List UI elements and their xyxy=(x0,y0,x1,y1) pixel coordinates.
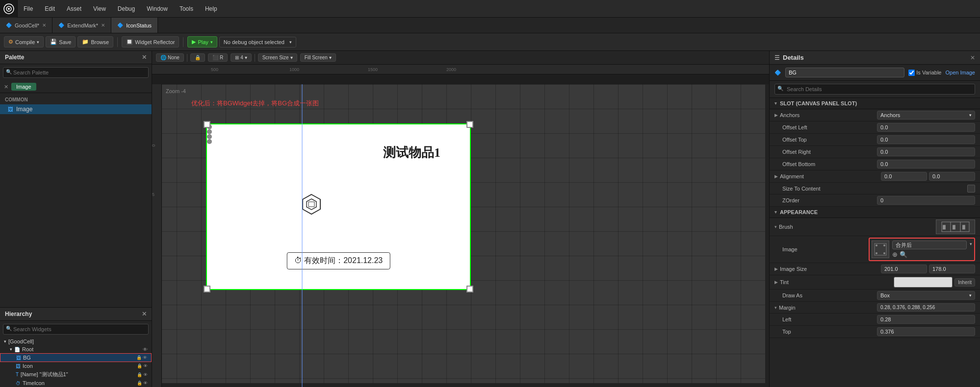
menu-tools[interactable]: Tools xyxy=(174,0,199,17)
image-size-h-input[interactable] xyxy=(929,265,975,273)
lock-icon-time[interactable]: 🔒 xyxy=(137,381,142,386)
is-variable-check[interactable] xyxy=(908,70,915,76)
hierarchy-close[interactable]: ✕ xyxy=(142,311,147,317)
zorder-input[interactable] xyxy=(877,196,975,205)
offset-bottom-input[interactable] xyxy=(877,160,975,169)
tint-expand-icon[interactable]: ▶ xyxy=(774,280,778,285)
details-name-input[interactable] xyxy=(785,68,904,77)
details-close[interactable]: ✕ xyxy=(970,54,975,61)
none-button[interactable]: 🌐 None xyxy=(156,53,184,62)
fill-screen-button[interactable]: Fill Screen ▾ xyxy=(300,53,336,62)
offset-top-row: Offset Top xyxy=(770,134,980,146)
root-actions: 👁 xyxy=(143,347,148,352)
image-search-icon[interactable]: 🔍 xyxy=(900,251,907,258)
slot-section-header[interactable]: ▾ SLOT (CANVAS PANEL SLOT) xyxy=(770,98,980,109)
canvas-content[interactable]: 0 5 Zoom -4 优化后：将BGWidget去掉，将BG合成一张图 xyxy=(152,84,769,387)
offset-top-input[interactable] xyxy=(877,135,975,144)
tint-inherit-button[interactable]: Inherit xyxy=(954,278,975,287)
open-image-link[interactable]: Open Image xyxy=(945,70,975,75)
offset-left-input[interactable] xyxy=(877,123,975,132)
margin-value-input[interactable] xyxy=(877,303,975,312)
eye-icon-icon[interactable]: 👁 xyxy=(143,363,148,368)
image-size-expand-icon[interactable]: ▶ xyxy=(774,266,778,271)
screen-size-button[interactable]: Screen Size ▾ xyxy=(258,53,297,62)
lock-icon[interactable]: 🔒 xyxy=(136,355,142,360)
alignment-expand-icon[interactable]: ▶ xyxy=(774,174,778,179)
menu-window[interactable]: Window xyxy=(141,0,174,17)
corner-bl[interactable] xyxy=(204,286,210,292)
lock-button[interactable]: 🔒 xyxy=(190,53,205,62)
corner-tl[interactable] xyxy=(204,121,210,128)
menu-view[interactable]: View xyxy=(87,0,112,17)
play-button[interactable]: ▶ Play ▾ xyxy=(187,36,217,48)
margin-top-input[interactable] xyxy=(877,327,975,336)
tab-goodcell-close[interactable]: ✕ xyxy=(42,23,46,28)
corner-ml[interactable] xyxy=(207,134,212,139)
hierarchy-item-timeicon[interactable]: ⏱ TimeIcon 🔒 👁 xyxy=(0,379,152,387)
alignment-y-input[interactable] xyxy=(929,172,975,181)
menu-help[interactable]: Help xyxy=(199,0,223,17)
hierarchy-item-goodcell[interactable]: ▾ [GoodCell] xyxy=(0,338,152,345)
offset-right-input[interactable] xyxy=(877,147,975,156)
hierarchy-item-name[interactable]: T [Name] "测试物品1" 🔒 👁 xyxy=(0,370,152,379)
lock-icon-icon[interactable]: 🔒 xyxy=(137,363,142,368)
margin-left-input[interactable] xyxy=(877,315,975,324)
tab-goodcell[interactable]: 🔷 GoodCell* ✕ xyxy=(0,18,52,33)
eye-icon-name[interactable]: 👁 xyxy=(143,372,148,377)
hierarchy-item-bg[interactable]: 🖼 BG 🔒 👁 xyxy=(0,353,152,362)
brush-expand-icon[interactable]: ▾ xyxy=(774,224,777,229)
tab-extendmark[interactable]: 🔷 ExtendMark* ✕ xyxy=(52,18,111,33)
appearance-section-header[interactable]: ▾ APPEARANCE xyxy=(770,207,980,218)
canvas-toolbar: 🌐 None 🔒 ⬛ R ⊞ 4 ▾ Screen Size ▾ Fill Sc… xyxy=(152,51,769,65)
palette-item-image[interactable]: 🖼 Image xyxy=(0,104,152,114)
position-line xyxy=(302,84,303,387)
hierarchy-search-input[interactable] xyxy=(3,324,149,335)
image-add-icon[interactable]: ⊕ xyxy=(892,251,898,258)
draw-as-dropdown[interactable]: Box ▾ xyxy=(877,291,975,300)
image-size-w-input[interactable] xyxy=(881,265,927,273)
image-name-input[interactable] xyxy=(892,241,967,249)
anchors-expand-icon[interactable]: ▶ xyxy=(774,113,778,118)
details-search-input[interactable] xyxy=(774,84,975,95)
menu-edit[interactable]: Edit xyxy=(39,0,61,17)
menu-debug[interactable]: Debug xyxy=(112,0,141,17)
image-selector: ⊕ 🔍 ▾ xyxy=(869,238,975,261)
size-to-content-checkbox[interactable] xyxy=(967,185,975,193)
scrollbar-horizontal[interactable] xyxy=(162,383,769,387)
palette-filter-tag[interactable]: Image xyxy=(11,83,36,91)
hierarchy-item-icon[interactable]: 🖼 Icon 🔒 👁 xyxy=(0,362,152,370)
eye-icon-time[interactable]: 👁 xyxy=(143,381,148,386)
scrollbar-vertical[interactable] xyxy=(765,84,769,383)
anchors-dropdown[interactable]: Anchors ▾ xyxy=(877,111,975,120)
margin-expand-icon[interactable]: ▾ xyxy=(774,305,777,310)
offset-left-row: Offset Left xyxy=(770,121,980,134)
save-button[interactable]: 💾 Save xyxy=(46,36,76,48)
r-button[interactable]: ⬛ R xyxy=(208,53,228,62)
hierarchy-item-root[interactable]: ▾ 📄 Root 👁 xyxy=(0,345,152,353)
browse-button[interactable]: 📁 Browse xyxy=(77,36,113,48)
menu-asset[interactable]: Asset xyxy=(61,0,87,17)
alignment-x-input[interactable] xyxy=(881,172,927,181)
image-dropdown-icon[interactable]: ▾ xyxy=(970,242,972,246)
palette-close[interactable]: ✕ xyxy=(142,54,147,61)
widget-reflector-button[interactable]: 🔲 Widget Reflector xyxy=(122,36,179,48)
lock-icon-name[interactable]: 🔒 xyxy=(137,372,142,377)
corner-br[interactable] xyxy=(466,286,473,292)
tab-extendmark-close[interactable]: ✕ xyxy=(101,23,105,28)
corner-mr[interactable] xyxy=(207,139,212,144)
widget-container[interactable]: 测试物品1 ⏱ 有效时间：2021.12.23 xyxy=(206,123,471,290)
eye-icon-bg[interactable]: 👁 xyxy=(143,355,147,360)
brush-preview[interactable]: ▓ ▓ ▓ xyxy=(936,219,975,234)
corner-bm[interactable] xyxy=(207,129,212,134)
eye-icon[interactable]: 👁 xyxy=(143,347,148,352)
corner-tr[interactable] xyxy=(466,121,473,128)
debug-select[interactable]: No debug object selected ▾ xyxy=(219,37,296,48)
tint-color-swatch[interactable] xyxy=(894,277,953,288)
menu-file[interactable]: File xyxy=(18,0,39,17)
palette-search-input[interactable] xyxy=(3,67,149,78)
is-variable-checkbox[interactable]: Is Variable xyxy=(908,70,941,76)
four-button[interactable]: ⊞ 4 ▾ xyxy=(231,53,252,62)
tab-iconstatus-icon: 🔷 xyxy=(117,23,123,28)
compile-button[interactable]: ⚙ Compile ▾ xyxy=(4,36,44,48)
tab-iconstatus[interactable]: 🔷 IconStatus xyxy=(111,18,158,33)
